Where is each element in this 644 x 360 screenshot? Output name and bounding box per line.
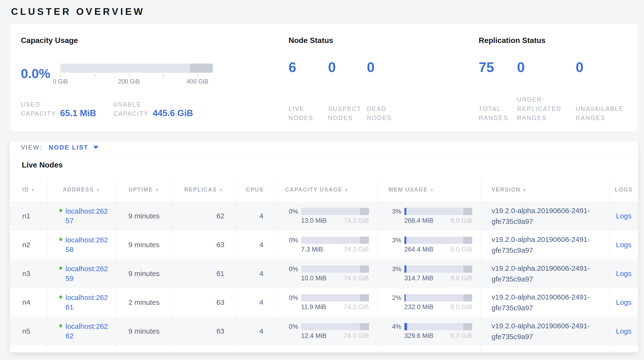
logs-link[interactable]: Logs <box>616 241 632 249</box>
tick-mark <box>129 73 130 77</box>
capacity-usage-title: Capacity Usage <box>21 36 288 45</box>
capacity-used-value: 7.3 MiB <box>301 246 323 253</box>
capacity-values: 10.0 MiB74.3 GiB <box>301 275 369 282</box>
usable-capacity-label: USABLE CAPACITY <box>113 100 149 118</box>
cpus-cell: 4 <box>236 230 274 259</box>
empty-cell <box>172 345 236 352</box>
live-nodes-stat: 6 LIVE NODES <box>288 60 328 123</box>
replication-status-title: Replication Status <box>479 36 638 45</box>
node-live-status-dot <box>59 267 62 270</box>
node-address: localhost:26261 <box>59 293 116 312</box>
node-address-link[interactable]: localhost:26261 <box>66 293 111 312</box>
column-header-mem-usage[interactable]: MEM USAGE▼ <box>377 177 481 202</box>
memory-used-value: 232.0 MiB <box>404 303 434 311</box>
capacity-bar-row: 0% <box>284 237 377 244</box>
used-capacity-label: USED CAPACITY <box>21 100 57 118</box>
memory-bar-fill <box>404 294 406 301</box>
node-address-cell: localhost:26259 <box>48 259 116 288</box>
column-header-uptime[interactable]: UPTIME▼ <box>116 177 172 202</box>
version-cell: v19.2.0-alpha.20190606-2491-gfe735c9a97 <box>481 259 609 288</box>
tick-label-400: 400 GiB <box>187 78 208 85</box>
capacity-usage-cell: 0%10.0 MiB74.3 GiB <box>274 259 377 288</box>
memory-usage-bar <box>404 265 472 273</box>
memory-bar-reserved-segment <box>463 208 472 215</box>
total-ranges-value: 75 <box>479 60 517 74</box>
total-ranges-stat: 75 TOTAL RANGES <box>479 60 517 123</box>
version-text: v19.2.0-alpha.20190606-2491-gfe735c9a97 <box>492 205 600 227</box>
column-header-label: ADDRESS <box>63 187 94 193</box>
capacity-bar-reserved-segment <box>360 208 369 215</box>
cpus-cell: 4 <box>236 259 274 288</box>
live-nodes-value: 6 <box>288 60 328 74</box>
capacity-usage-bar <box>301 265 369 273</box>
version-text: v19.2.0-alpha.20190606-2491-gfe735c9a97 <box>492 263 600 284</box>
capacity-bar-reserved-segment <box>360 294 369 301</box>
sort-arrow-icon: ▼ <box>219 188 223 193</box>
replicas-cell: 63 <box>172 230 236 259</box>
view-label: VIEW: <box>21 144 42 151</box>
logs-link[interactable]: Logs <box>616 298 632 306</box>
cpus-cell: 4 <box>236 288 274 317</box>
logs-link[interactable]: Logs <box>616 270 632 277</box>
column-header-replicas[interactable]: REPLICAS▼ <box>172 177 236 202</box>
sort-arrow-icon: ▼ <box>344 188 349 193</box>
node-address-link[interactable]: localhost:26258 <box>66 235 111 255</box>
capacity-bar-row: 0% <box>284 265 377 273</box>
capacity-used-value: 11.9 MiB <box>301 303 326 311</box>
column-header-label: ID <box>22 187 29 193</box>
node-address-link[interactable]: localhost:26259 <box>66 264 111 283</box>
logs-link[interactable]: Logs <box>616 212 632 220</box>
column-header-logs: LOGS <box>609 177 638 202</box>
version-text: v19.2.0-alpha.20190606-2491-gfe735c9a97 <box>492 292 600 313</box>
capacity-total-value: 74.3 GiB <box>344 332 369 340</box>
unavailable-ranges-stat: 0 UNAVAILABLE RANGES <box>576 60 638 123</box>
tick-mark <box>95 73 95 77</box>
memory-usage-bar <box>404 208 472 215</box>
logs-cell: Logs <box>609 230 638 259</box>
capacity-bar <box>60 64 213 73</box>
tick-mark <box>198 73 198 77</box>
dead-nodes-label: DEAD NODES <box>367 104 398 123</box>
memory-used-value: 329.6 MiB <box>404 332 434 340</box>
memory-bar-row: 3% <box>387 237 481 244</box>
node-address-cell: localhost:26257 <box>48 202 116 230</box>
capacity-percent: 0% <box>284 208 298 215</box>
uptime-cell: 9 minutes <box>116 230 172 259</box>
memory-usage-cell: 3%264.4 MiB8.0 GiB <box>377 230 481 259</box>
view-selector-dropdown[interactable]: NODE LIST <box>49 144 98 151</box>
memory-bar-row: 3% <box>387 265 481 273</box>
column-header-version[interactable]: VERSION▼ <box>481 177 609 202</box>
node-status-section: Node Status 6 LIVE NODES 0 SUSPECT NODES… <box>288 36 479 131</box>
memory-usage-cell: 3%268.4 MiB8.0 GiB <box>377 202 481 230</box>
node-address-cell: localhost:26258 <box>48 230 116 259</box>
uptime-cell: 9 minutes <box>116 317 172 345</box>
logs-link[interactable]: Logs <box>616 327 632 335</box>
memory-percent: 4% <box>387 323 402 330</box>
node-address-link[interactable]: localhost:26257 <box>66 206 111 226</box>
node-address-link[interactable]: localhost:26262 <box>66 322 111 341</box>
memory-total-value: 8.0 GiB <box>450 332 472 340</box>
capacity-percent: 0% <box>284 323 298 330</box>
column-header-capacity-usage[interactable]: CAPACITY USAGE▼ <box>274 177 377 202</box>
node-status-title: Node Status <box>288 36 479 45</box>
capacity-values: 11.9 MiB74.3 GiB <box>301 303 369 311</box>
column-header-id[interactable]: ID▼ <box>10 177 48 202</box>
view-bar: VIEW: NODE LIST <box>10 141 638 154</box>
capacity-percent: 0% <box>284 237 298 244</box>
node-live-status-dot <box>59 238 62 241</box>
table-row: n3localhost:262599 minutes6140%10.0 MiB7… <box>10 259 638 288</box>
memory-usage-cell: 3%314.7 MiB8.0 GiB <box>377 259 481 288</box>
capacity-usage-bar <box>301 237 369 244</box>
column-header-address[interactable]: ADDRESS▼ <box>48 177 116 202</box>
unavailable-ranges-label: UNAVAILABLE RANGES <box>576 104 630 123</box>
table-row: n4localhost:262612 minutes6340%11.9 MiB7… <box>10 288 638 317</box>
capacity-bar-reserved-segment <box>360 323 369 330</box>
usable-capacity-value: 445.6 GiB <box>152 109 193 118</box>
sort-arrow-icon: ▼ <box>155 188 159 193</box>
live-nodes-heading: Live Nodes <box>22 160 638 169</box>
capacity-usage-bar <box>301 323 369 330</box>
capacity-usage-bar <box>301 208 369 215</box>
capacity-bar-reserved-segment <box>360 265 369 273</box>
capacity-bar-row: 0% <box>284 294 377 302</box>
memory-usage-cell: 2%232.0 MiB8.0 GiB <box>377 288 481 317</box>
